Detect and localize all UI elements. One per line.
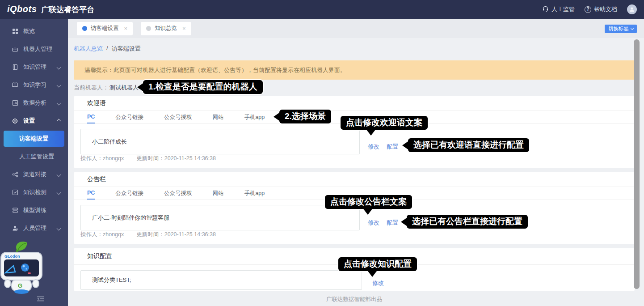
logo-text-cn: 广联达睿答平台 [41, 4, 94, 15]
page-tab-knowledge-overview[interactable]: 知识总览 × [141, 22, 191, 35]
breadcrumb-separator: / [106, 45, 108, 53]
annotation-check-robot: 1.检查是否是要配置的机器人 [143, 80, 263, 94]
annotation-config-welcome: 选择已有欢迎语直接进行配置 [408, 138, 529, 152]
welcome-updated-time: 更新时间：2020-11-25 14:36:38 [136, 155, 216, 162]
sidebar-item-label: 人员管理 [23, 224, 46, 232]
page-content: 机器人总览 / 访客端设置 温馨提示：此页面可对机器人进行基础配置（欢迎语、公告… [68, 38, 644, 306]
welcome-meta-row: 操作人：zhongqx 更新时间：2020-11-25 14:36:38 [80, 155, 216, 162]
page-tab-visitor-settings[interactable]: 访客端设置 × [77, 22, 133, 35]
app-logo: iQbots 广联达睿答平台 [7, 4, 94, 15]
sidebar-item-visitor-settings[interactable]: 访客端设置 [4, 131, 64, 147]
scene-tab-pc[interactable]: PC [87, 111, 95, 123]
breadcrumb-current: 访客端设置 [112, 45, 141, 53]
grid-icon [12, 28, 18, 35]
annotation-config-board: 选择已有公告栏直接进行配置 [407, 215, 528, 229]
footer-credit: 广联达数据智能部出品 [74, 296, 635, 303]
notice-text: 温馨提示：此页面可对机器人进行基础配置（欢迎语、公告等），当前配置将显示在相应机… [84, 66, 346, 74]
switch-tabs-label: 切换标签 [608, 26, 629, 32]
scene-tab-mobile-app[interactable]: 手机app [244, 111, 265, 123]
sidebar-item-label: 概览 [23, 27, 35, 35]
annotation-select-scene: 2.选择场景 [279, 110, 331, 123]
sidebar-item-label: 知识学习 [23, 81, 46, 89]
scene-tab-official-link[interactable]: 公众号链接 [115, 187, 143, 200]
switch-tabs-button[interactable]: 切换标签 [605, 25, 637, 33]
active-tab-dot-icon [82, 26, 87, 31]
sidebar-item-manual-monitor-settings[interactable]: 人工监管设置 [0, 148, 68, 166]
close-icon[interactable]: × [182, 25, 186, 32]
board-config-link[interactable]: 配置 [387, 219, 398, 227]
sidebar-item-channel-integration[interactable]: 渠道对接 [0, 166, 68, 183]
board-operator: 操作人：zhongqx [80, 231, 124, 238]
top-bar: iQbots 广联达睿答平台 人工监管 ? 帮助文档 [0, 0, 644, 19]
help-doc-link[interactable]: ? 帮助文档 [585, 5, 617, 13]
sidebar-item-label: 知识管理 [23, 63, 46, 71]
app-window: iQbots 广联达睿答平台 人工监管 ? 帮助文档 [0, 0, 644, 306]
scene-tab-pc[interactable]: PC [87, 187, 95, 200]
sidebar-item-label: 知识检测 [23, 188, 46, 196]
sidebar-item-label: 模型训练 [23, 206, 46, 214]
logo-text-en: iQbots [7, 4, 37, 14]
board-text-box: 广小二-时刻陪伴你的智慧客服 [80, 205, 360, 230]
layers-icon [12, 207, 18, 214]
scene-tab-mobile-app[interactable]: 手机app [244, 187, 265, 200]
chevron-down-icon [57, 172, 61, 177]
manual-monitor-label: 人工监管 [551, 5, 575, 13]
notice-banner: 温馨提示：此页面可对机器人进行基础配置（欢迎语、公告等），当前配置将显示在相应机… [74, 60, 635, 80]
sidebar-item-robot-management[interactable]: 机器人管理 [0, 40, 68, 58]
sidebar-item-model-training[interactable]: 模型训练 [0, 201, 68, 219]
close-icon[interactable]: × [124, 25, 128, 32]
open-book-icon [12, 82, 18, 89]
scene-tab-official-auth[interactable]: 公众号授权 [164, 187, 192, 200]
chevron-up-icon [57, 119, 61, 123]
check-square-icon [12, 189, 18, 196]
scene-tab-official-link[interactable]: 公众号链接 [115, 111, 143, 123]
board-section-title: 公告栏 [74, 172, 635, 187]
sidebar-item-knowledge-management[interactable]: 知识管理 [0, 58, 68, 76]
sidebar-item-knowledge-check[interactable]: 知识检测 [0, 183, 68, 201]
board-modify-link[interactable]: 修改 [368, 219, 379, 227]
chevron-down-icon [631, 27, 634, 30]
vertical-scrollbar[interactable] [634, 39, 640, 289]
scene-tab-website[interactable]: 网站 [212, 187, 223, 200]
breadcrumb: 机器人总览 / 访客端设置 [74, 45, 141, 53]
sidebar-item-personnel-management[interactable]: 人员管理 [0, 219, 68, 237]
board-meta-row: 操作人：zhongqx 更新时间：2020-11-25 14:36:38 [80, 231, 216, 238]
page-tab-label: 访客端设置 [91, 25, 119, 32]
sidebar-item-label: 人工监管设置 [19, 153, 54, 161]
bar-chart-icon [12, 100, 18, 106]
scene-tab-website[interactable]: 网站 [212, 111, 223, 123]
scene-tab-official-auth[interactable]: 公众号授权 [164, 111, 192, 123]
robot-icon [12, 46, 18, 53]
user-avatar[interactable] [627, 4, 637, 14]
sidebar-item-overview[interactable]: 概览 [0, 22, 68, 40]
manual-monitor-link[interactable]: 人工监管 [542, 5, 575, 13]
board-updated-time: 更新时间：2020-11-25 14:36:38 [136, 231, 216, 238]
sidebar: 概览 机器人管理 知识管理 知识学习 [0, 19, 68, 306]
welcome-modify-link[interactable]: 修改 [368, 143, 379, 151]
user-icon [12, 225, 18, 232]
sidebar-item-knowledge-learning[interactable]: 知识学习 [0, 76, 68, 94]
board-text: 广小二-时刻陪伴你的智慧客服 [92, 214, 169, 222]
sidebar-collapse-icon[interactable] [37, 295, 45, 302]
welcome-section-card: 欢迎语 PC 公众号链接 公众号授权 网站 手机app 小二陪伴成长 修改 配置 [74, 96, 635, 168]
main-area: 访客端设置 × 知识总览 × 切换标签 机器人总览 / 访客端 [68, 19, 644, 306]
sidebar-item-label: 渠道对接 [23, 170, 46, 178]
welcome-section-title: 欢迎语 [74, 96, 635, 111]
annotation-modify-knowledge: 点击修改知识配置 [338, 257, 417, 271]
svg-text:G: G [18, 282, 22, 289]
sidebar-item-settings[interactable]: 设置 [0, 112, 68, 130]
inactive-tab-dot-icon [146, 26, 151, 31]
sidebar-item-label: 访客端设置 [19, 135, 48, 143]
welcome-text: 小二陪伴成长 [92, 138, 127, 146]
person-icon [629, 6, 635, 13]
breadcrumb-robot-overview-link[interactable]: 机器人总览 [74, 45, 103, 53]
welcome-text-box: 小二陪伴成长 [80, 129, 360, 154]
current-robot-value: 测试机器人 [109, 84, 139, 91]
chevron-down-icon [57, 226, 61, 230]
knowledge-modify-link[interactable]: 修改 [372, 279, 384, 287]
headset-icon [542, 5, 549, 13]
welcome-config-link[interactable]: 配置 [387, 143, 398, 151]
sidebar-item-data-analysis[interactable]: 数据分析 [0, 94, 68, 112]
svg-text:GLodon: GLodon [4, 254, 20, 259]
book-icon [12, 64, 18, 71]
